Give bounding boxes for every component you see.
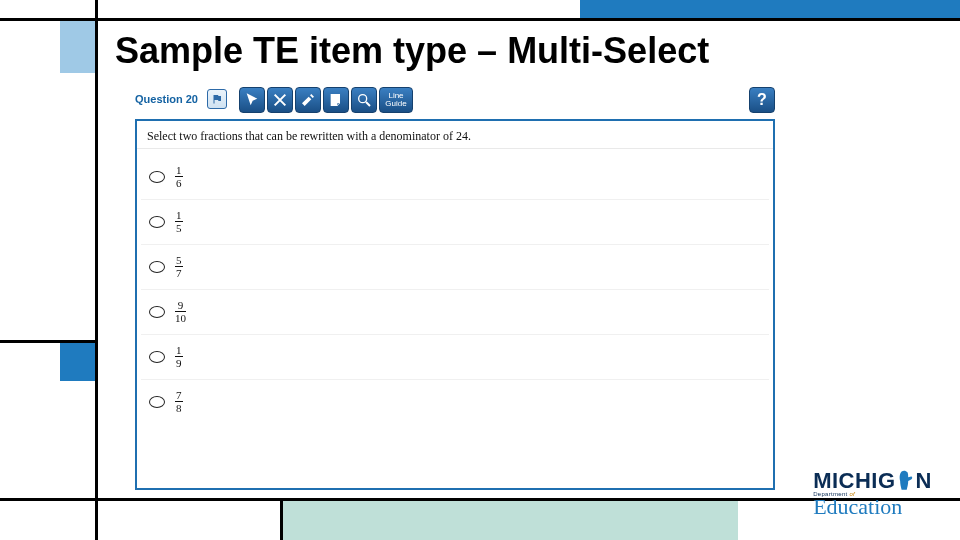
option-bubble[interactable] xyxy=(149,216,165,228)
fraction: 78 xyxy=(175,390,183,414)
answer-option[interactable]: 15 xyxy=(141,200,769,245)
tool-group: Line Guide xyxy=(239,87,413,113)
pointer-tool-button[interactable] xyxy=(239,87,265,113)
answer-option[interactable]: 19 xyxy=(141,335,769,380)
slide-title: Sample TE item type – Multi-Select xyxy=(115,30,709,72)
answer-option[interactable]: 57 xyxy=(141,245,769,290)
decor-block xyxy=(60,21,95,73)
question-panel: Select two fractions that can be rewritt… xyxy=(135,119,775,490)
highlighter-tool-button[interactable] xyxy=(295,87,321,113)
fraction: 57 xyxy=(175,255,183,279)
question-number-label: Question 20 xyxy=(135,93,198,105)
flag-button[interactable] xyxy=(207,89,227,109)
line-guide-tool-button[interactable]: Line Guide xyxy=(379,87,413,113)
option-bubble[interactable] xyxy=(149,261,165,273)
option-bubble[interactable] xyxy=(149,351,165,363)
decor-block xyxy=(283,501,738,540)
highlighter-icon xyxy=(300,92,316,108)
logo-line3: Education xyxy=(813,494,932,520)
option-bubble[interactable] xyxy=(149,171,165,183)
line-guide-label: Line Guide xyxy=(380,92,412,108)
answer-option[interactable]: 78 xyxy=(141,380,769,424)
help-icon: ? xyxy=(757,91,767,109)
answer-option[interactable]: 910 xyxy=(141,290,769,335)
decor-block xyxy=(60,343,95,381)
note-icon xyxy=(328,92,344,108)
fraction: 16 xyxy=(175,165,183,189)
svg-point-0 xyxy=(359,95,367,103)
magnify-icon xyxy=(356,92,372,108)
strike-tool-button[interactable] xyxy=(267,87,293,113)
decor-bar xyxy=(0,18,960,21)
fraction: 15 xyxy=(175,210,183,234)
option-bubble[interactable] xyxy=(149,396,165,408)
fraction: 910 xyxy=(175,300,186,324)
pointer-icon xyxy=(244,92,260,108)
strike-icon xyxy=(272,92,288,108)
michigan-education-logo: MICHIG N Department of Education xyxy=(813,468,932,526)
help-button[interactable]: ? xyxy=(749,87,775,113)
note-tool-button[interactable] xyxy=(323,87,349,113)
mitten-icon xyxy=(897,470,915,492)
quiz-toolbar: Question 20 Line Guide ? xyxy=(135,85,775,119)
question-prompt: Select two fractions that can be rewritt… xyxy=(137,121,773,149)
decor-block xyxy=(580,0,960,18)
option-bubble[interactable] xyxy=(149,306,165,318)
fraction: 19 xyxy=(175,345,183,369)
quiz-screenshot: Question 20 Line Guide ? xyxy=(135,85,775,490)
flag-icon xyxy=(211,93,223,105)
magnify-tool-button[interactable] xyxy=(351,87,377,113)
answer-options: 16 15 57 910 19 78 xyxy=(137,149,773,430)
decor-bar xyxy=(95,0,98,540)
answer-option[interactable]: 16 xyxy=(141,155,769,200)
